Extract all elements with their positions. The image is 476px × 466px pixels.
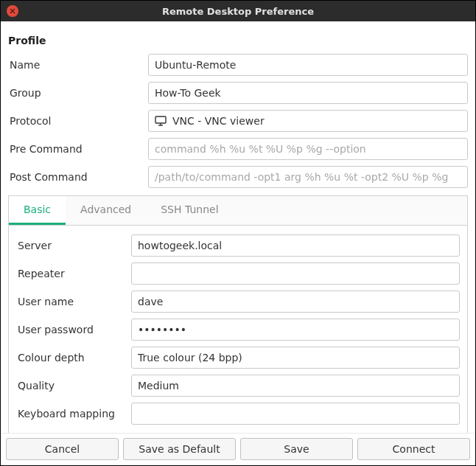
pre-command-label: Pre Command <box>8 143 148 155</box>
protocol-select[interactable]: VNC - VNC viewer <box>148 110 468 132</box>
tab-advanced[interactable]: Advanced <box>66 196 146 225</box>
post-command-input[interactable] <box>148 166 468 188</box>
close-icon[interactable] <box>7 5 18 17</box>
server-input[interactable] <box>131 234 460 257</box>
tab-basic[interactable]: Basic <box>9 196 66 225</box>
repeater-label: Repeater <box>16 268 131 279</box>
svg-rect-2 <box>155 116 166 123</box>
save-button[interactable]: Save <box>240 438 353 460</box>
profile-heading: Profile <box>8 35 468 46</box>
pre-command-input[interactable] <box>148 138 468 160</box>
user-password-label: User password <box>16 324 131 335</box>
settings-tabs: Basic Advanced SSH Tunnel Server Repeate… <box>8 195 468 442</box>
protocol-value: VNC - VNC viewer <box>172 115 265 127</box>
name-label: Name <box>8 59 148 71</box>
monitor-icon <box>155 116 167 126</box>
quality-value: Medium <box>138 380 179 392</box>
server-label: Server <box>16 240 131 251</box>
tab-ssh-tunnel[interactable]: SSH Tunnel <box>146 196 233 225</box>
save-as-default-button[interactable]: Save as Default <box>123 438 236 460</box>
connect-button[interactable]: Connect <box>357 438 470 460</box>
user-name-label: User name <box>16 296 131 307</box>
button-bar: Cancel Save as Default Save Connect <box>1 433 475 465</box>
keyboard-mapping-input[interactable] <box>131 403 460 425</box>
cancel-button[interactable]: Cancel <box>6 438 119 460</box>
window-title: Remote Desktop Preference <box>1 6 475 17</box>
group-input[interactable] <box>148 82 468 104</box>
quality-label: Quality <box>16 380 131 392</box>
group-label: Group <box>8 87 148 99</box>
keyboard-mapping-label: Keyboard mapping <box>16 408 131 420</box>
user-name-input[interactable] <box>131 291 460 313</box>
quality-select[interactable]: Medium <box>131 375 460 397</box>
window-titlebar: Remote Desktop Preference <box>1 1 475 21</box>
colour-depth-value: True colour (24 bpp) <box>138 352 242 364</box>
colour-depth-select[interactable]: True colour (24 bpp) <box>131 347 460 369</box>
protocol-label: Protocol <box>8 115 148 127</box>
repeater-input[interactable] <box>131 262 460 285</box>
user-password-input[interactable] <box>131 319 460 341</box>
name-input[interactable] <box>148 54 468 76</box>
colour-depth-label: Colour depth <box>16 352 131 364</box>
post-command-label: Post Command <box>8 171 148 183</box>
